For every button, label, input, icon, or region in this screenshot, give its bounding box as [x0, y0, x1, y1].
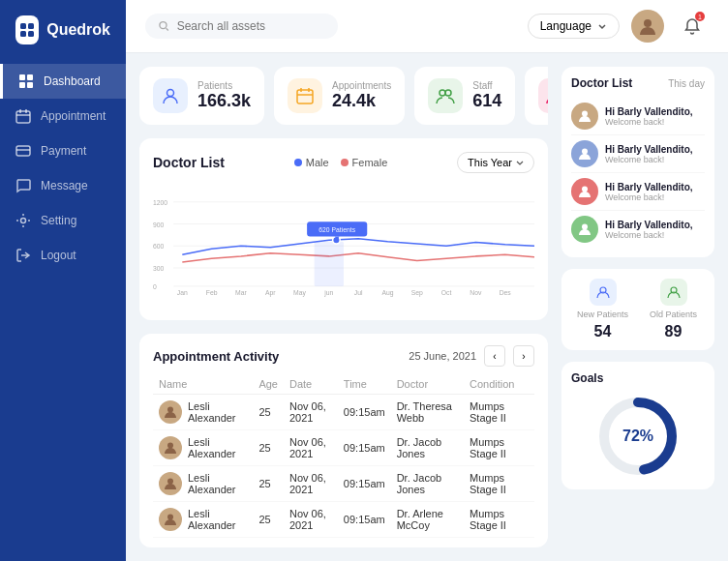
appointment-card: Appointment Activity 25 June, 2021 ‹ › N…	[139, 334, 548, 547]
svg-point-17	[644, 19, 652, 27]
doctor-avatar	[571, 103, 598, 130]
left-panel: Patients 166.3k Appointments	[139, 67, 548, 547]
next-date-button[interactable]: ›	[513, 345, 534, 367]
appointments-label: Appointments	[332, 80, 391, 91]
appointment-icon	[15, 108, 31, 124]
goals-card: Goals 72%	[561, 362, 714, 489]
table-row: Lesli Alexander 25 Nov 06, 2021 09:15am …	[153, 430, 534, 466]
svg-text:600: 600	[153, 243, 165, 250]
search-box[interactable]	[145, 14, 338, 39]
doctor-list-items: Hi Barly Vallendito, Welcome back! Hi Ba…	[571, 98, 705, 248]
svg-text:Jan: Jan	[177, 289, 188, 296]
sidebar-item-payment[interactable]: Payment	[0, 133, 126, 168]
logout-icon	[15, 248, 31, 263]
sidebar-label-dashboard: Dashboard	[44, 74, 101, 88]
sidebar-item-appointment[interactable]: Appointment	[0, 99, 126, 133]
sidebar-item-setting[interactable]: Setting	[0, 203, 126, 238]
treatments-icon-bg	[538, 78, 548, 113]
appointment-header: Appointment Activity 25 June, 2021 ‹ ›	[153, 345, 534, 367]
language-button[interactable]: Language	[528, 14, 620, 39]
doctor-list-header: Doctor List This day	[571, 76, 705, 90]
content-area: Patients 166.3k Appointments	[126, 53, 728, 561]
svg-point-58	[582, 111, 588, 117]
notification-badge: 1	[695, 12, 705, 21]
sidebar: Quedrok Dashboard Appointment Payment Me…	[0, 0, 126, 561]
user-avatar-image	[637, 15, 658, 37]
staff-label: Staff	[472, 80, 501, 91]
doctor-message: Welcome back!	[605, 155, 693, 164]
chart-header: Doctor List Male Female This Year	[153, 152, 534, 173]
patient-stats-card: New Patients 54 Old Patients 89	[561, 269, 714, 350]
list-item: Hi Barly Vallendito, Welcome back!	[571, 211, 705, 248]
svg-rect-0	[20, 23, 26, 29]
svg-text:Des: Des	[500, 289, 512, 296]
svg-text:620 Patients: 620 Patients	[318, 226, 355, 233]
chart-card: Doctor List Male Female This Year	[139, 138, 548, 320]
new-patients-label: New Patients	[577, 310, 628, 319]
stat-staff: Staff 614	[414, 67, 515, 125]
chart-title: Doctor List	[153, 155, 225, 170]
svg-text:Mar: Mar	[235, 289, 247, 296]
svg-rect-19	[297, 90, 313, 103]
new-patients-icon-bg	[590, 279, 617, 306]
doctor-avatar	[571, 178, 598, 205]
doctor-message: Welcome back!	[605, 192, 693, 202]
svg-text:Apr: Apr	[265, 289, 276, 297]
patients-icon	[161, 86, 180, 105]
svg-text:1200: 1200	[153, 199, 167, 206]
svg-rect-2	[20, 31, 26, 37]
svg-point-23	[440, 90, 445, 96]
doctor-list-card: Doctor List This day Hi Barly Vallendito…	[561, 67, 714, 257]
staff-value: 614	[472, 91, 501, 111]
treatments-icon	[546, 86, 548, 105]
search-icon	[159, 20, 169, 32]
sidebar-item-message[interactable]: Message	[0, 168, 126, 203]
svg-point-61	[582, 224, 588, 230]
old-patients-stat: Old Patients 89	[642, 279, 705, 340]
search-input[interactable]	[177, 19, 325, 33]
staff-icon	[436, 86, 455, 105]
year-filter-button[interactable]: This Year	[457, 152, 534, 173]
old-patients-label: Old Patients	[650, 310, 697, 319]
svg-rect-3	[28, 31, 34, 37]
svg-point-57	[167, 515, 173, 520]
doctor-info: Hi Barly Vallendito, Welcome back!	[605, 106, 693, 127]
header: Language 1	[126, 0, 728, 53]
legend-male: Male	[294, 157, 329, 168]
new-patients-stat: New Patients 54	[571, 279, 634, 340]
old-patients-value: 89	[665, 323, 682, 340]
svg-text:Nov: Nov	[470, 289, 482, 296]
appointments-value: 24.4k	[332, 91, 391, 111]
goals-percent: 72%	[622, 428, 653, 445]
col-time: Time	[338, 374, 391, 395]
stat-treatments: Treatments 89.2k	[525, 67, 548, 125]
goals-title: Goals	[571, 371, 603, 385]
notification-button[interactable]: 1	[676, 10, 709, 43]
patients-value: 166.3k	[197, 91, 251, 111]
doctor-avatar	[571, 140, 598, 167]
stats-row: Patients 166.3k Appointments	[139, 67, 548, 125]
col-date: Date	[284, 374, 338, 395]
staff-icon-bg	[428, 78, 463, 113]
prev-date-button[interactable]: ‹	[484, 345, 505, 367]
list-item: Hi Barly Vallendito, Welcome back!	[571, 173, 705, 211]
col-name: Name	[153, 374, 253, 395]
svg-text:0: 0	[153, 283, 157, 290]
sidebar-item-dashboard[interactable]: Dashboard	[0, 64, 126, 99]
svg-point-59	[582, 149, 588, 155]
doctor-avatar	[571, 216, 598, 243]
svg-rect-5	[27, 74, 33, 80]
doctor-info: Hi Barly Vallendito, Welcome back!	[605, 220, 693, 240]
doctor-list-subtitle: This day	[668, 78, 705, 89]
col-doctor: Doctor	[391, 374, 464, 395]
chart-legend: Male Female	[294, 157, 388, 168]
svg-text:Aug: Aug	[381, 289, 393, 297]
patient-avatar	[159, 400, 182, 424]
avatar[interactable]	[631, 10, 664, 43]
sidebar-item-logout[interactable]: Logout	[0, 238, 126, 273]
male-label: Male	[306, 157, 329, 168]
stat-patients: Patients 166.3k	[139, 67, 264, 125]
doctor-message: Welcome back!	[605, 117, 693, 127]
patients-icon-bg	[153, 78, 188, 113]
doctor-name: Hi Barly Vallendito,	[605, 144, 693, 155]
